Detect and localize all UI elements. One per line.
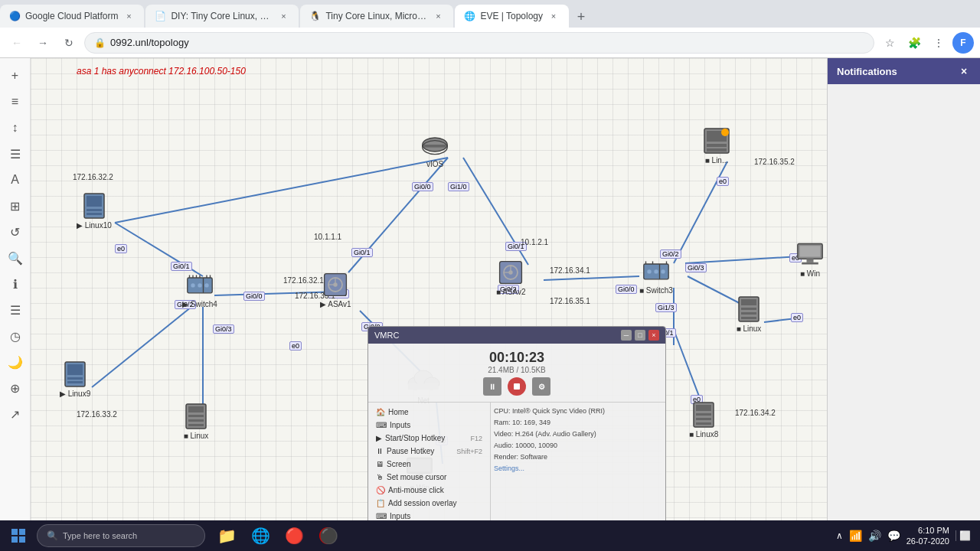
sidebar-history-icon[interactable]: ◷ <box>4 324 27 347</box>
tab-2[interactable]: 📄 DIY: Tiny Core Linux, a great kios... … <box>145 5 299 28</box>
taskbar-notifications-icon[interactable]: 💬 <box>887 530 900 542</box>
new-tab-button[interactable]: + <box>570 6 592 28</box>
tab-2-close[interactable]: × <box>277 10 289 22</box>
sidebar-moon-icon[interactable]: 🌙 <box>4 350 27 373</box>
node-linux8[interactable]: ■ Linux8 <box>689 401 718 439</box>
info-settings[interactable]: Settings... <box>494 463 662 474</box>
tab-2-favicon: 📄 <box>155 11 166 21</box>
nav-actions: ☆ 🧩 ⋮ F <box>879 32 974 54</box>
taskbar-clock[interactable]: 6:10 PM 26-07-2020 <box>906 525 949 547</box>
node-win-right[interactable]: ■ Win <box>796 240 824 278</box>
profile-button[interactable]: F <box>952 32 974 54</box>
svg-rect-23 <box>87 209 102 211</box>
node-linux10[interactable]: ▶ Linux10 <box>77 192 112 230</box>
sidebar-move-icon[interactable]: ↕ <box>4 116 27 139</box>
inputs2-icon: ⌨ <box>376 512 387 520</box>
node-linux-server[interactable]: ■ Linux <box>735 295 763 333</box>
extensions-button[interactable]: 🧩 <box>903 32 925 54</box>
taskbar-search[interactable]: 🔍 Type here to search <box>37 524 205 547</box>
overlay-menu-startstop[interactable]: ▶ Start/Stop Hotkey F12 <box>371 432 487 445</box>
svg-point-48 <box>654 269 658 273</box>
node-asav2[interactable]: ■ ASAv2 <box>496 259 526 296</box>
taskbar-network-icon[interactable]: 📶 <box>849 530 862 542</box>
forward-button[interactable]: → <box>32 32 54 54</box>
overlay-menu-screen[interactable]: 🖥 Screen <box>371 458 487 471</box>
tab-4-close[interactable]: × <box>547 10 560 22</box>
sidebar-grid-icon[interactable]: ⊞ <box>4 194 27 217</box>
back-button[interactable]: ← <box>6 32 28 54</box>
node-vios[interactable]: vIOS <box>421 131 449 168</box>
overlay-minimize[interactable]: ─ <box>621 330 632 341</box>
tab-3[interactable]: 🐧 Tiny Core Linux, Micro Core Linu... × <box>300 5 453 28</box>
sidebar-layers-icon[interactable]: ≡ <box>4 90 27 113</box>
node-linux-mid[interactable]: ■ Linux <box>182 403 210 440</box>
overlay-menu-mouse[interactable]: 🖱 Set mouse cursor <box>371 471 487 484</box>
overlay-settings-btn[interactable]: ⚙ <box>532 377 550 396</box>
svg-rect-77 <box>800 246 821 256</box>
overlay-menu-anticlick[interactable]: 🚫 Anti-mouse click <box>371 484 487 497</box>
sidebar-text-icon[interactable]: A <box>4 168 27 191</box>
sidebar-add-icon[interactable]: + <box>4 64 27 87</box>
svg-rect-60 <box>67 364 83 375</box>
taskbar-chrome-app[interactable]: 🌐 <box>245 522 276 549</box>
notifications-close-button[interactable]: × <box>957 64 971 78</box>
node-linux-top[interactable]: ■ Lin... <box>703 127 730 165</box>
tab-3-close[interactable]: × <box>432 10 444 22</box>
tab-4[interactable]: 🌐 EVE | Topology × <box>455 5 569 28</box>
sidebar-menu-icon[interactable]: ☰ <box>4 142 27 165</box>
taskbar-app4[interactable]: ⚫ <box>312 522 343 549</box>
overlay-menu-inputs2[interactable]: ⌨ Inputs <box>371 510 487 520</box>
svg-rect-92 <box>19 536 25 543</box>
svg-rect-75 <box>741 317 756 319</box>
tab-1-close[interactable]: × <box>122 10 135 22</box>
svg-rect-73 <box>741 308 756 310</box>
reload-button[interactable]: ↻ <box>58 32 80 54</box>
topology-canvas[interactable]: asa 1 has anyconnect 172.16.100.50-150 <box>31 58 980 520</box>
if-label-gi10: Gi1/0 <box>448 182 469 191</box>
taskbar-files-app[interactable]: 📁 <box>211 522 242 549</box>
overlay-menu-pause[interactable]: ⏸ Pause Hotkey Shift+F2 <box>371 445 487 458</box>
screen-icon: 🖥 <box>376 460 384 468</box>
settings-button[interactable]: ⋮ <box>928 32 949 54</box>
sidebar-globe-icon[interactable]: ⊕ <box>4 377 27 399</box>
sidebar-info-icon[interactable]: ℹ <box>4 272 27 295</box>
overlay-close[interactable]: × <box>648 330 659 341</box>
address-bar[interactable]: 🔒 0992.unl/topology <box>84 32 874 54</box>
taskbar-app3[interactable]: 🔴 <box>279 522 309 549</box>
sidebar-search-icon[interactable]: 🔍 <box>4 246 27 269</box>
tab-1-favicon: 🔵 <box>9 11 21 21</box>
svg-rect-62 <box>67 381 83 383</box>
overlay-pause-btn[interactable]: ⏸ <box>483 377 501 396</box>
mouse-icon: 🖱 <box>376 473 384 481</box>
taskbar-volume-icon[interactable]: 🔊 <box>868 530 881 542</box>
startstop-shortcut: F12 <box>470 435 482 442</box>
linux10-label: ▶ Linux10 <box>77 221 112 230</box>
if-label-gi03-sw4: Gi0/3 <box>213 324 234 334</box>
overlay-maximize[interactable]: □ <box>635 330 645 341</box>
tab-4-favicon: 🌐 <box>464 11 475 21</box>
node-linux9[interactable]: ▶ Linux9 <box>60 360 90 398</box>
taskbar-chevron-icon[interactable]: ∧ <box>836 530 843 541</box>
taskbar-desktop-icon[interactable]: ⬜ <box>956 530 971 541</box>
sidebar-refresh-icon[interactable]: ↺ <box>4 220 27 243</box>
browser-chrome: 🔵 Google Cloud Platform × 📄 DIY: Tiny Co… <box>0 0 980 58</box>
overlay-menu-session[interactable]: 📋 Add session overlay <box>371 497 487 510</box>
ip-172-34-2: 172.16.34.2 <box>735 409 776 417</box>
overlay-stop-btn[interactable] <box>508 377 526 396</box>
lock-icon: 🔒 <box>94 37 106 48</box>
svg-rect-24 <box>87 213 102 215</box>
node-asav1[interactable]: ▶ ASAv1 <box>320 271 351 308</box>
taskbar-search-text: Type here to search <box>63 531 137 540</box>
sidebar-share-icon[interactable]: ↗ <box>4 403 27 425</box>
node-switch4[interactable]: ▶ Switch4 <box>182 271 217 308</box>
tab-1[interactable]: 🔵 Google Cloud Platform × <box>0 5 144 28</box>
sidebar-list-icon[interactable]: ☰ <box>4 298 27 321</box>
start-button[interactable] <box>3 522 34 549</box>
if-label-e0-linux: e0 <box>791 313 803 322</box>
bookmark-button[interactable]: ☆ <box>879 32 900 54</box>
taskbar-right: ∧ 📶 🔊 💬 6:10 PM 26-07-2020 ⬜ <box>836 525 977 547</box>
overlay-menu-home[interactable]: 🏠 Home <box>371 406 487 419</box>
taskbar: 🔍 Type here to search 📁 🌐 🔴 ⚫ ∧ 📶 🔊 💬 6:… <box>0 520 980 551</box>
node-switch3[interactable]: ■ Switch3 <box>639 257 673 295</box>
overlay-menu-inputs[interactable]: ⌨ Inputs <box>371 419 487 432</box>
